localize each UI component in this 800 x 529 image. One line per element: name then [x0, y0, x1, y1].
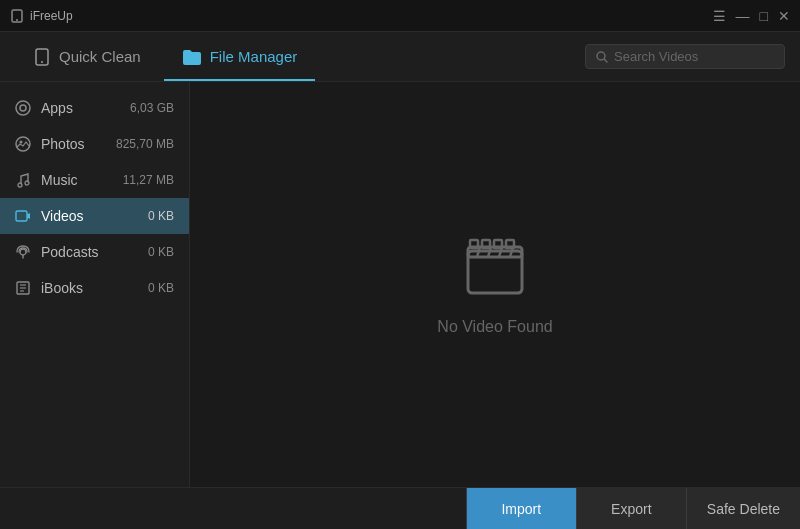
svg-point-9 [20, 141, 23, 144]
sidebar-item-photos[interactable]: Photos 825,70 MB [0, 126, 189, 162]
music-label: Music [41, 172, 78, 188]
sidebar-item-podcasts[interactable]: Podcasts 0 KB [0, 234, 189, 270]
ibooks-size: 0 KB [148, 281, 174, 295]
import-button[interactable]: Import [466, 488, 576, 530]
podcasts-label: Podcasts [41, 244, 99, 260]
photos-size: 825,70 MB [116, 137, 174, 151]
title-bar-controls: ☰ — □ ✕ [713, 8, 790, 24]
menu-icon[interactable]: ☰ [713, 8, 726, 24]
phone-icon [10, 9, 24, 23]
safe-delete-button[interactable]: Safe Delete [686, 488, 800, 530]
ibooks-icon [15, 280, 31, 296]
close-button[interactable]: ✕ [778, 8, 790, 24]
sidebar-item-music[interactable]: Music 11,27 MB [0, 162, 189, 198]
sidebar-item-ibooks[interactable]: iBooks 0 KB [0, 270, 189, 306]
title-bar-left: iFreeUp [10, 9, 73, 23]
ibooks-label: iBooks [41, 280, 83, 296]
svg-rect-12 [16, 211, 27, 221]
tabs: Quick Clean File Manager [15, 32, 315, 81]
tab-file-manager[interactable]: File Manager [164, 32, 316, 81]
tab-bar: Quick Clean File Manager [0, 32, 800, 82]
bottom-bar: Import Export Safe Delete [0, 487, 800, 529]
folder-tab-icon [182, 48, 202, 66]
sidebar-item-videos[interactable]: Videos 0 KB [0, 198, 189, 234]
svg-point-10 [18, 183, 22, 187]
photos-icon [15, 136, 31, 152]
svg-point-6 [16, 101, 30, 115]
music-size: 11,27 MB [123, 173, 174, 187]
title-bar: iFreeUp ☰ — □ ✕ [0, 0, 800, 32]
main-content: Apps 6,03 GB Photos 825,70 MB [0, 82, 800, 487]
svg-rect-25 [470, 240, 478, 248]
minimize-button[interactable]: — [736, 8, 750, 24]
phone-tab-icon [33, 48, 51, 66]
app-title: iFreeUp [30, 9, 73, 23]
svg-rect-26 [482, 240, 490, 248]
clapper-icon [460, 233, 530, 303]
videos-icon [15, 208, 31, 224]
svg-point-3 [41, 61, 43, 63]
videos-label: Videos [41, 208, 84, 224]
search-icon [596, 51, 608, 63]
svg-point-1 [16, 19, 18, 21]
content-area: No Video Found [190, 82, 800, 487]
apps-icon [15, 100, 31, 116]
svg-point-11 [25, 181, 29, 185]
export-button[interactable]: Export [576, 488, 686, 530]
svg-rect-27 [494, 240, 502, 248]
music-icon [15, 172, 31, 188]
empty-state: No Video Found [437, 233, 552, 336]
apps-size: 6,03 GB [130, 101, 174, 115]
podcasts-icon [15, 244, 31, 260]
svg-point-13 [20, 249, 26, 255]
videos-size: 0 KB [148, 209, 174, 223]
svg-rect-28 [506, 240, 514, 248]
podcasts-size: 0 KB [148, 245, 174, 259]
apps-label: Apps [41, 100, 73, 116]
sidebar: Apps 6,03 GB Photos 825,70 MB [0, 82, 190, 487]
search-box[interactable] [585, 44, 785, 69]
maximize-button[interactable]: □ [760, 8, 768, 24]
sidebar-item-apps[interactable]: Apps 6,03 GB [0, 90, 189, 126]
tab-quick-clean-label: Quick Clean [59, 48, 141, 65]
svg-line-5 [604, 59, 607, 62]
photos-label: Photos [41, 136, 85, 152]
tab-quick-clean[interactable]: Quick Clean [15, 32, 159, 81]
empty-state-message: No Video Found [437, 318, 552, 336]
search-input[interactable] [614, 49, 774, 64]
tab-file-manager-label: File Manager [210, 48, 298, 65]
svg-point-7 [20, 105, 26, 111]
